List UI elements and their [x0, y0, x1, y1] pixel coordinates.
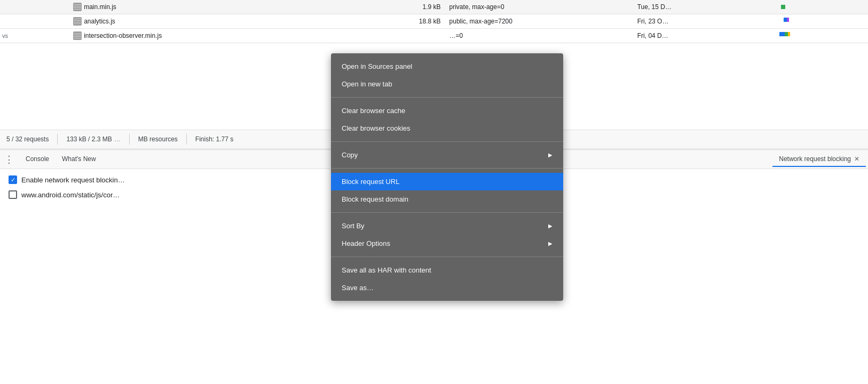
url-checkbox[interactable]: [9, 190, 17, 199]
menu-item-label: Save all as HAR with content: [342, 266, 431, 274]
menu-item-label: Save as…: [342, 284, 374, 292]
menu-item-label: Block request domain: [342, 195, 408, 203]
enable-checkbox[interactable]: [9, 175, 17, 184]
date: Fri, 23 O…: [633, 14, 774, 29]
finish-time: Finish: 1.77 s: [195, 135, 233, 143]
menu-item-label: Open in Sources panel: [342, 62, 412, 70]
file-size: 18.8 kB: [351, 14, 445, 29]
submenu-arrow-icon: ▶: [548, 223, 553, 229]
menu-item-clear-cookies[interactable]: Clear browser cookies: [331, 119, 563, 137]
divider: [129, 134, 130, 145]
file-size: 1.9 kB: [351, 0, 445, 14]
table-row[interactable]: main.min.js 1.9 kB private, max-age=0 Tu…: [0, 0, 868, 14]
menu-item-open-in-sources[interactable]: Open in Sources panel: [331, 58, 563, 75]
menu-item-label: Copy: [342, 151, 358, 159]
tab-console[interactable]: Console: [19, 152, 56, 167]
panel-label: vs: [0, 33, 8, 39]
menu-separator: [331, 168, 563, 169]
close-tab-icon[interactable]: ✕: [854, 155, 859, 163]
submenu-arrow-icon: ▶: [548, 241, 553, 246]
date: Tue, 15 D…: [633, 0, 774, 14]
menu-item-save-har[interactable]: Save all as HAR with content: [331, 261, 563, 279]
menu-item-label: Clear browser cache: [342, 107, 405, 115]
size-truncated: …: [114, 135, 121, 143]
table-row[interactable]: analytics.js 18.8 kB public, max-age=720…: [0, 14, 868, 29]
file-icon: [73, 17, 82, 26]
table-row[interactable]: vs intersection-observer.min.js …=0 Fri,…: [0, 29, 868, 43]
menu-item-copy[interactable]: Copy▶: [331, 146, 563, 164]
menu-item-label: Sort By: [342, 222, 365, 230]
menu-item-clear-cache[interactable]: Clear browser cache: [331, 102, 563, 119]
resources-label: MB resources: [138, 135, 178, 143]
more-options-button[interactable]: ⋮: [2, 153, 15, 166]
timeline-bar: [778, 2, 821, 12]
menu-item-sort-by[interactable]: Sort By▶: [331, 217, 563, 235]
tab-whats-new[interactable]: What's New: [56, 152, 102, 167]
menu-item-block-domain[interactable]: Block request domain: [331, 190, 563, 208]
date: Fri, 04 D…: [633, 29, 774, 43]
menu-separator: [331, 257, 563, 257]
menu-item-label: Header Options: [342, 239, 390, 247]
menu-item-block-url[interactable]: Block request URL: [331, 173, 563, 190]
file-size: [351, 29, 445, 43]
menu-item-save-as[interactable]: Save as…: [331, 279, 563, 297]
request-count: 5 / 32 requests: [6, 135, 49, 143]
menu-separator: [331, 141, 563, 142]
context-menu: Open in Sources panelOpen in new tabClea…: [331, 53, 563, 301]
cache-control: public, max-age=7200: [445, 14, 633, 29]
menu-item-label: Clear browser cookies: [342, 124, 411, 132]
file-name: analytics.js: [84, 18, 115, 25]
file-name: main.min.js: [84, 3, 116, 11]
divider: [57, 134, 58, 145]
submenu-arrow-icon: ▶: [548, 152, 553, 158]
timeline-bar: [778, 31, 821, 41]
url-label: www.android.com/static/js/cor…: [21, 191, 120, 199]
enable-label: Enable network request blockin…: [21, 176, 125, 184]
menu-separator: [331, 212, 563, 213]
menu-separator: [331, 97, 563, 98]
menu-item-label: Open in new tab: [342, 80, 392, 88]
network-panel: main.min.js 1.9 kB private, max-age=0 Tu…: [0, 0, 868, 384]
menu-item-header-options[interactable]: Header Options▶: [331, 235, 563, 252]
network-table: main.min.js 1.9 kB private, max-age=0 Tu…: [0, 0, 868, 43]
timeline-bar: [778, 17, 821, 26]
file-icon: [73, 31, 82, 40]
menu-item-label: Block request URL: [342, 178, 399, 186]
menu-item-open-in-new-tab[interactable]: Open in new tab: [331, 75, 563, 93]
cache-control: …=0: [445, 29, 633, 43]
tab-network-blocking[interactable]: Network request blocking ✕: [772, 152, 866, 167]
file-name: intersection-observer.min.js: [84, 32, 162, 39]
transfer-size: 133 kB / 2.3 MB: [66, 135, 112, 143]
file-icon: [73, 3, 82, 11]
cache-control: private, max-age=0: [445, 0, 633, 14]
divider: [186, 134, 187, 145]
